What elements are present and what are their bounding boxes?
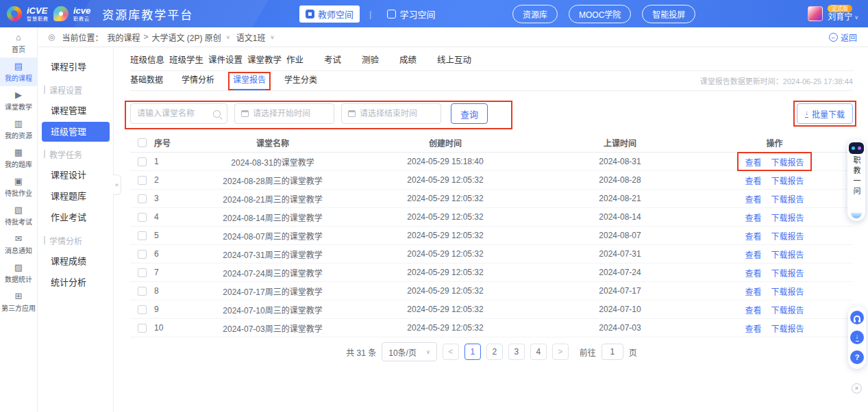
batch-download-button[interactable]: ↓ 批量下载 bbox=[797, 103, 853, 124]
tab-homework[interactable]: 作业 bbox=[286, 53, 319, 66]
download-report-link[interactable]: 下载报告 bbox=[771, 175, 804, 186]
smart-screencast-button[interactable]: 智能投屏 bbox=[642, 5, 695, 23]
query-button[interactable]: 查询 bbox=[451, 103, 488, 124]
help-button[interactable]: ? bbox=[850, 350, 864, 364]
select-all-checkbox[interactable] bbox=[138, 138, 147, 147]
teacher-space-tab[interactable]: 教师空间 bbox=[299, 5, 360, 23]
subtab-learning-analysis[interactable]: 学情分析 bbox=[182, 71, 214, 90]
customer-service-button[interactable] bbox=[850, 311, 864, 324]
view-link[interactable]: 查看 bbox=[745, 193, 761, 205]
row-checkbox[interactable] bbox=[138, 305, 147, 314]
rail-item-pending-exams[interactable]: ▧待批考试 bbox=[0, 201, 37, 230]
view-link[interactable]: 查看 bbox=[745, 304, 761, 316]
row-checkbox-cell bbox=[130, 250, 154, 259]
row-checkbox[interactable] bbox=[138, 213, 147, 222]
course-menu-item-course-management[interactable]: 课程管理 bbox=[38, 100, 113, 121]
download-report-link[interactable]: 下载报告 bbox=[771, 230, 804, 242]
view-link[interactable]: 查看 bbox=[745, 175, 761, 186]
start-time-input[interactable] bbox=[253, 109, 327, 118]
chevron-down-icon[interactable]: ∨ bbox=[226, 34, 230, 40]
download-report-link[interactable]: 下载报告 bbox=[771, 304, 804, 316]
rail-item-my-question-bank[interactable]: ▦我的题库 bbox=[0, 144, 37, 172]
app-header: iCVE 智慧职教 icve 职教云 资源库教学平台 教师空间 | 学习空间 资… bbox=[0, 0, 868, 27]
row-checkbox[interactable] bbox=[138, 250, 147, 259]
course-menu-item-course-grades[interactable]: 课程成绩 bbox=[38, 250, 113, 272]
resource-library-button[interactable]: 资源库 bbox=[512, 5, 558, 23]
ai-assistant-widget[interactable]: 职教一问 bbox=[847, 140, 865, 221]
tab-classroom-teaching[interactable]: 课堂教学 bbox=[247, 53, 282, 66]
view-link[interactable]: 查看 bbox=[745, 230, 761, 242]
tab-online-interaction[interactable]: 线上互动 bbox=[437, 53, 471, 66]
breadcrumb-prefix: 当前位置： bbox=[62, 31, 103, 43]
tab-courseware-settings[interactable]: 课件设置 bbox=[208, 53, 243, 66]
tab-exam[interactable]: 考试 bbox=[324, 53, 357, 66]
download-center-button[interactable]: ↓ bbox=[850, 331, 864, 344]
back-button[interactable]: ← 返回 bbox=[829, 31, 857, 43]
page-button-2[interactable]: 2 bbox=[486, 344, 503, 360]
rail-item-classroom-teaching[interactable]: ▶课堂教学 bbox=[0, 86, 37, 115]
rail-item-messages[interactable]: ✉消息通知 bbox=[0, 230, 37, 259]
sidebar-collapse-handle[interactable]: « bbox=[113, 175, 121, 195]
breadcrumb-bar: ◎ 当前位置： 我的课程 > 大学语文 (2P) 原创 ∨ 语文1班 ∨ ← 返… bbox=[38, 27, 868, 47]
course-menu-item-course-design[interactable]: 课程设计 bbox=[38, 164, 113, 185]
subtab-classroom-report[interactable]: 课堂报告 bbox=[233, 71, 266, 90]
rail-item-my-courses[interactable]: ▤我的课程 bbox=[0, 57, 37, 86]
view-link[interactable]: 查看 bbox=[745, 285, 761, 297]
course-menu-item-course-guide[interactable]: 课程引导 bbox=[38, 56, 113, 77]
download-report-link[interactable]: 下载报告 bbox=[771, 285, 804, 297]
student-space-tab[interactable]: 学习空间 bbox=[381, 5, 441, 23]
rail-item-third-party-apps[interactable]: ⊞第三方应用 bbox=[0, 287, 37, 316]
classroom-name-cell: 2024-07-17周三的课堂教学 bbox=[199, 285, 347, 297]
download-report-link[interactable]: 下载报告 bbox=[771, 322, 804, 334]
download-report-link[interactable]: 下载报告 bbox=[771, 156, 804, 168]
end-time-input[interactable] bbox=[360, 109, 434, 118]
rail-item-statistics[interactable]: ▨数据统计 bbox=[0, 259, 37, 287]
tab-grades[interactable]: 成绩 bbox=[399, 53, 432, 66]
download-icon: ↓ bbox=[856, 333, 859, 342]
classroom-name-cell: 2024-08-14周三的课堂教学 bbox=[199, 211, 347, 223]
classroom-name-input[interactable] bbox=[137, 109, 209, 118]
download-report-link[interactable]: 下载报告 bbox=[771, 248, 804, 260]
view-link[interactable]: 查看 bbox=[745, 322, 761, 334]
close-toolbar-button[interactable]: × bbox=[852, 383, 862, 394]
download-report-link[interactable]: 下载报告 bbox=[771, 211, 804, 223]
view-link[interactable]: 查看 bbox=[745, 211, 761, 223]
row-checkbox[interactable] bbox=[138, 287, 147, 296]
chevron-down-icon[interactable]: ∨ bbox=[270, 34, 274, 40]
breadcrumb-my-courses[interactable]: 我的课程 bbox=[108, 31, 140, 43]
row-checkbox[interactable] bbox=[138, 324, 147, 333]
row-checkbox[interactable] bbox=[138, 157, 147, 166]
prev-page-button[interactable]: < bbox=[443, 344, 459, 360]
user-menu[interactable]: 正式版 刘育宁 ∨ bbox=[808, 0, 858, 27]
course-menu-item-class-management[interactable]: 班级管理 bbox=[42, 122, 110, 142]
subtab-student-classification[interactable]: 学生分类 bbox=[284, 71, 317, 90]
rail-item-my-resources[interactable]: ▥我的资源 bbox=[0, 115, 37, 144]
rail-item-pending-homework[interactable]: ▣待批作业 bbox=[0, 172, 37, 201]
download-report-link[interactable]: 下载报告 bbox=[771, 193, 804, 205]
row-checkbox[interactable] bbox=[138, 176, 147, 185]
tab-class-students[interactable]: 班级学生 bbox=[169, 53, 203, 66]
next-page-button[interactable]: > bbox=[552, 344, 569, 360]
view-link[interactable]: 查看 bbox=[745, 248, 761, 260]
row-checkbox[interactable] bbox=[138, 268, 147, 277]
breadcrumb-course-select[interactable]: 大学语文 (2P) 原创 bbox=[152, 31, 221, 43]
row-checkbox[interactable] bbox=[138, 231, 147, 240]
tab-class-info[interactable]: 班级信息 bbox=[130, 53, 164, 66]
course-menu-item-homework-exam[interactable]: 作业考试 bbox=[38, 207, 113, 228]
view-link[interactable]: 查看 bbox=[745, 156, 761, 168]
view-link[interactable]: 查看 bbox=[745, 267, 761, 279]
download-report-link[interactable]: 下载报告 bbox=[771, 267, 804, 279]
page-button-1[interactable]: 1 bbox=[464, 344, 481, 360]
page-button-3[interactable]: 3 bbox=[508, 344, 525, 360]
breadcrumb-class-select[interactable]: 语文1班 bbox=[236, 31, 266, 43]
subtab-basic-data[interactable]: 基础数据 bbox=[130, 71, 163, 90]
tab-quiz[interactable]: 测验 bbox=[362, 53, 395, 66]
page-button-4[interactable]: 4 bbox=[530, 344, 547, 360]
course-menu-item-statistical-analysis[interactable]: 统计分析 bbox=[38, 272, 113, 293]
row-checkbox[interactable] bbox=[138, 194, 147, 203]
goto-page-input[interactable] bbox=[602, 344, 623, 360]
course-menu-item-course-question-bank[interactable]: 课程题库 bbox=[38, 185, 113, 207]
page-size-select[interactable]: 10条/页 ∨ bbox=[382, 342, 437, 361]
rail-item-home[interactable]: ⌂首页 bbox=[0, 29, 37, 57]
mooc-college-button[interactable]: MOOC学院 bbox=[569, 5, 631, 23]
